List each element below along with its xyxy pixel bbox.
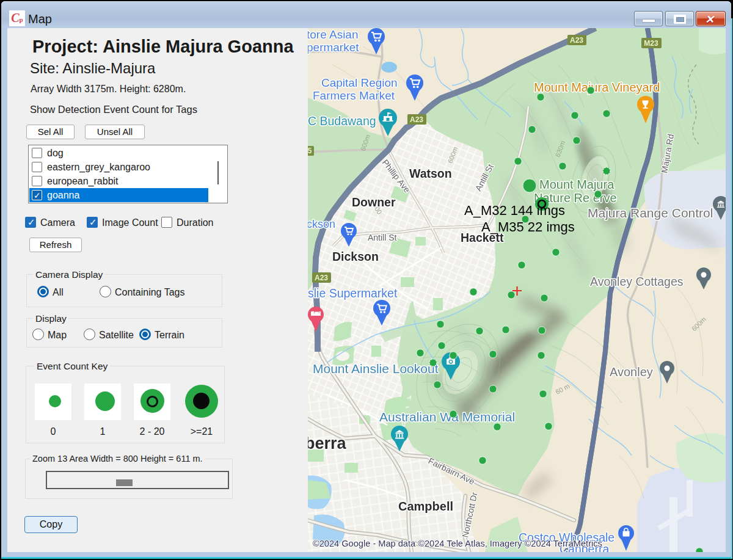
- svg-text:tore Asian: tore Asian: [308, 28, 359, 41]
- svg-text:Capital Region: Capital Region: [321, 76, 398, 89]
- svg-text:Mount Majura: Mount Majura: [539, 178, 614, 191]
- svg-text:permarket: permarket: [308, 41, 359, 54]
- svg-text:C Budawang: C Budawang: [308, 114, 376, 128]
- svg-text:Farmers Market: Farmers Market: [313, 89, 395, 102]
- svg-text:Dickson: Dickson: [332, 250, 379, 263]
- svg-text:berra: berra: [308, 434, 347, 453]
- svg-text:Campbell: Campbell: [398, 500, 453, 513]
- svg-text:5: 5: [308, 147, 312, 155]
- svg-text:©2024 Google - Map data ©2024: ©2024 Google - Map data ©2024 Tele Atlas…: [313, 539, 602, 548]
- svg-text:A23: A23: [315, 274, 328, 282]
- svg-text:Downer: Downer: [352, 195, 396, 209]
- svg-text:slie Supermarket: slie Supermarket: [308, 286, 398, 300]
- svg-text:Avonley: Avonley: [610, 365, 653, 379]
- svg-text:M23: M23: [644, 39, 658, 48]
- svg-text:Mount Majura Vineyard: Mount Majura Vineyard: [534, 81, 660, 94]
- svg-text:A_M35 22 imgs: A_M35 22 imgs: [481, 219, 575, 235]
- svg-text:Avonley Cottages: Avonley Cottages: [590, 275, 684, 288]
- svg-text:Majura Range Control: Majura Range Control: [588, 206, 713, 220]
- svg-text:A_M32 144 imgs: A_M32 144 imgs: [464, 203, 565, 218]
- svg-text:ckson: ckson: [308, 218, 335, 230]
- svg-text:Australian Wa Memorial: Australian Wa Memorial: [379, 410, 515, 424]
- svg-text:A23: A23: [570, 36, 583, 45]
- svg-text:Watson: Watson: [409, 167, 452, 180]
- svg-text:A23: A23: [410, 115, 423, 124]
- svg-text:Mount Ainslie Lookout: Mount Ainslie Lookout: [313, 362, 439, 376]
- svg-text:Antill St: Antill St: [368, 233, 397, 242]
